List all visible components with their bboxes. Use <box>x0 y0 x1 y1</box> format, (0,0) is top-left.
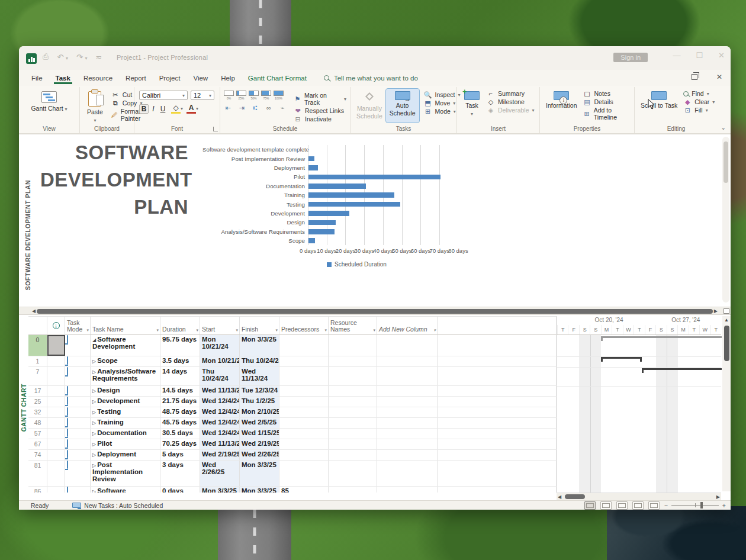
undo-icon[interactable]: ↶ ▾ <box>57 53 68 62</box>
header-add-new-column[interactable]: Add New Column▾ <box>377 316 438 334</box>
resource-names-cell[interactable] <box>329 386 377 396</box>
move-button[interactable]: ⬒Move ▾ <box>424 99 461 107</box>
add-new-column-cell[interactable] <box>377 418 438 428</box>
paste-button[interactable]: Paste▾ <box>83 89 107 126</box>
predecessors-cell[interactable] <box>279 461 329 486</box>
header-row-id[interactable] <box>28 316 47 334</box>
finish-cell[interactable]: Thu 10/24/24 <box>240 356 279 366</box>
scroll-right-icon[interactable]: ▶ <box>714 308 718 314</box>
duration-cell[interactable]: 30.5 days <box>160 429 200 439</box>
expand-triangle-icon[interactable]: ▷ <box>92 388 96 394</box>
header-info[interactable]: i <box>47 316 65 334</box>
summary-bar-scope[interactable] <box>601 357 642 362</box>
header-resource-names[interactable]: Resource Names▾ <box>329 316 377 334</box>
notes-button[interactable]: ▢Notes <box>583 90 634 97</box>
add-new-column-cell[interactable] <box>377 356 438 366</box>
chart-bar[interactable] <box>308 211 349 216</box>
row-id[interactable]: 67 <box>28 439 47 449</box>
zoom-slider[interactable]: − + <box>664 502 726 509</box>
task-mode-cell[interactable] <box>65 386 91 396</box>
table-row-7[interactable]: 7▷Analysis/Software Requirements14 daysT… <box>28 367 557 386</box>
chart-bar[interactable] <box>308 192 394 198</box>
timeline-horizontal-scrollbar[interactable]: ◀ ▶ <box>557 493 721 500</box>
finish-cell[interactable]: Wed 11/13/24 <box>240 367 279 385</box>
start-cell[interactable]: Wed 12/4/24 <box>200 407 240 417</box>
task-mode-cell[interactable] <box>65 418 91 428</box>
highlight-color-button[interactable]: ◇ <box>171 104 181 114</box>
start-cell[interactable]: Wed 11/13/24 <box>200 386 240 396</box>
tab-report[interactable]: Report <box>119 72 153 84</box>
auto-schedule-button[interactable]: Auto Schedule <box>386 89 419 123</box>
duration-chart[interactable]: Software development template completePo… <box>202 145 458 268</box>
bold-button[interactable]: B <box>139 104 149 114</box>
add-new-column-cell[interactable] <box>377 407 438 417</box>
resource-names-cell[interactable] <box>329 367 377 385</box>
add-new-column-cell[interactable] <box>377 439 438 449</box>
scrollbar-thumb[interactable] <box>37 309 713 314</box>
scroll-up-icon[interactable]: ▲ <box>722 316 731 324</box>
outdent-task-icon[interactable]: ⇤ <box>224 104 232 111</box>
add-new-column-cell[interactable] <box>377 487 438 493</box>
horizontal-scrollbar-divider[interactable]: ◀ ▶ <box>19 307 731 315</box>
table-row-81[interactable]: 81▷Post Implementation Review3 daysWed 2… <box>28 461 557 487</box>
add-new-column-cell[interactable] <box>377 461 438 486</box>
table-row-67[interactable]: 67▷Pilot70.25 daysWed 11/13/24Wed 2/19/2… <box>28 439 557 450</box>
predecessors-cell[interactable] <box>279 407 329 417</box>
report-view-button[interactable] <box>648 501 660 510</box>
expand-triangle-icon[interactable]: ▷ <box>92 399 96 404</box>
mode-button[interactable]: ⊞Mode ▾ <box>424 108 461 115</box>
zoom-in-icon[interactable]: + <box>722 502 726 509</box>
font-color-button[interactable]: A <box>186 104 196 114</box>
predecessors-cell[interactable]: 85 <box>279 487 329 493</box>
redo-icon[interactable]: ↷ ▾ <box>76 53 88 62</box>
row-id[interactable]: 48 <box>28 418 47 428</box>
table-row-74[interactable]: 74▷Deployment5 daysWed 2/19/25Wed 2/26/2… <box>28 450 557 461</box>
task-mode-cell[interactable] <box>65 335 91 356</box>
resource-names-cell[interactable] <box>329 418 377 428</box>
resource-names-cell[interactable] <box>329 439 377 449</box>
task-usage-view-button[interactable] <box>600 501 612 510</box>
row-id[interactable]: 74 <box>28 450 47 460</box>
gantt-chart-area[interactable] <box>557 335 721 493</box>
percent-25-button[interactable]: 25% <box>236 91 246 100</box>
task-name-cell[interactable]: ▷Development <box>91 397 160 407</box>
row-id[interactable]: 25 <box>28 397 47 407</box>
summary-bar-software-development[interactable] <box>601 336 722 341</box>
add-new-column-cell[interactable] <box>377 429 438 439</box>
sign-in-button[interactable]: Sign in <box>613 53 648 62</box>
inspect-button[interactable]: 🔍Inspect ▾ <box>424 91 461 98</box>
task-name-cell[interactable]: ▷Training <box>91 418 160 428</box>
timeline-hscroll-thumb[interactable] <box>565 494 585 499</box>
info-cell[interactable] <box>47 335 65 356</box>
header-finish[interactable]: Finish▾ <box>240 316 279 334</box>
info-cell[interactable] <box>47 461 65 486</box>
tab-file[interactable]: File <box>25 72 49 84</box>
task-mode-cell[interactable] <box>65 487 91 493</box>
gantt-timeline[interactable]: Oct 20, '24Oct 27, '24 TFSSMTWTFSSMTWT <box>557 316 721 500</box>
resource-names-cell[interactable] <box>329 407 377 417</box>
zoom-thumb[interactable] <box>700 502 703 508</box>
add-to-timeline-button[interactable]: ⊞Add to Timeline <box>583 107 634 121</box>
fill-button[interactable]: ⊡Fill ▾ <box>683 107 715 114</box>
table-row-57[interactable]: 57▷Documentation30.5 daysWed 12/4/24Wed … <box>28 429 557 439</box>
info-cell[interactable] <box>47 418 65 428</box>
expand-triangle-icon[interactable]: ▷ <box>92 431 96 436</box>
predecessors-cell[interactable] <box>279 356 329 366</box>
collapse-triangle-icon[interactable]: ◢ <box>92 337 96 343</box>
header-start[interactable]: Start▾ <box>200 316 240 334</box>
header-predecessors[interactable]: Predecessors▾ <box>279 316 329 334</box>
info-cell[interactable] <box>47 367 65 385</box>
table-row-17[interactable]: 17▷Design14.5 daysWed 11/13/24Tue 12/3/2… <box>28 386 557 397</box>
report-vertical-scrollbar[interactable] <box>722 137 729 302</box>
chart-bar[interactable] <box>308 202 400 207</box>
duration-cell[interactable]: 14 days <box>160 367 200 385</box>
expand-triangle-icon[interactable]: ▷ <box>92 489 96 493</box>
predecessors-cell[interactable] <box>279 418 329 428</box>
scroll-left-icon[interactable]: ◀ <box>32 308 36 314</box>
restore-down-icon[interactable] <box>692 74 697 80</box>
chart-bar[interactable] <box>308 184 366 189</box>
table-row-86[interactable]: 86▷Software0 daysMon 3/3/25Mon 3/3/2585 <box>28 487 557 493</box>
close-window-icon[interactable]: ✕ <box>716 73 722 81</box>
info-cell[interactable] <box>47 386 65 396</box>
split-handle[interactable] <box>724 308 729 314</box>
